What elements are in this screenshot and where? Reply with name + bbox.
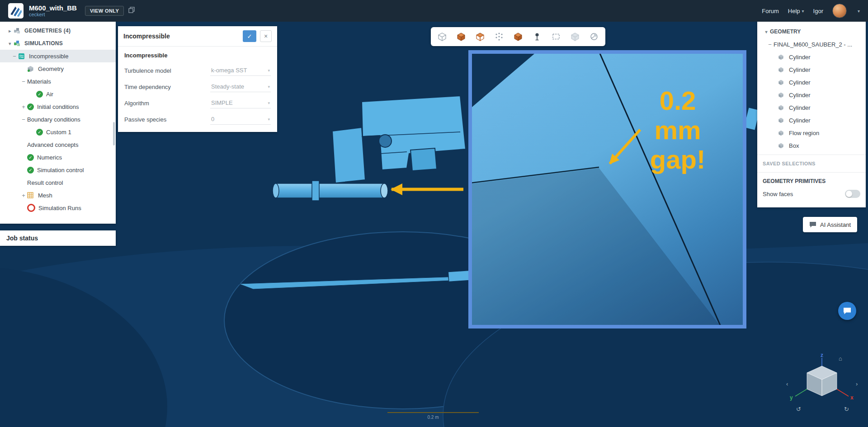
geometry-item-flow-region[interactable]: Flow region [757, 127, 866, 139]
geometry-header-label: GEOMETRY [770, 28, 801, 35]
axis-y-label[interactable]: y [790, 394, 793, 401]
help-menu[interactable]: Help ▾ [788, 8, 804, 14]
field-passive-species: Passive species 0 ▾ [118, 111, 277, 127]
geometry-root-item[interactable]: − FINAL_M600_SAUBER_2 - ... [757, 38, 866, 51]
chevron-down-icon: ▾ [802, 9, 804, 14]
expand-expander[interactable]: + [20, 103, 27, 110]
app-logo[interactable] [8, 3, 24, 19]
rotate-ccw-icon[interactable]: ↺ [796, 406, 801, 413]
chevron-right-icon[interactable]: ▸ [6, 28, 14, 33]
tree-item-label: Mesh [38, 192, 52, 199]
field-label: Passive species [124, 116, 166, 123]
tree-item-geometry[interactable]: Geometry [0, 62, 116, 75]
hide-body-icon[interactable] [566, 27, 585, 46]
geometry-item-cylinder[interactable]: Cylinder [757, 89, 866, 101]
mesh-icon [27, 192, 38, 198]
collapse-expander[interactable]: − [20, 78, 27, 85]
geometry-item-cylinder[interactable]: Cylinder [757, 63, 866, 76]
tree-item-simulations[interactable]: ▾ SIMULATIONS [0, 37, 116, 50]
tree-item-label: Boundary conditions [27, 116, 80, 123]
copy-project-icon[interactable] [128, 7, 135, 15]
geometry-item-cylinder[interactable]: Cylinder [757, 76, 866, 89]
geometry-primitives-header[interactable]: GEOMETRY PRIMITIVES [757, 175, 866, 187]
chat-icon [809, 221, 816, 228]
geometry-item-cylinder[interactable]: Cylinder [757, 51, 866, 63]
tree-item-advanced-concepts[interactable]: Advanced concepts [0, 138, 116, 151]
viewport-toolbar [431, 27, 605, 46]
tree-item-custom-1[interactable]: ✓ Custom 1 [0, 126, 116, 138]
transparent-cube-icon[interactable] [433, 27, 452, 46]
tree-item-simulation-control[interactable]: ✓ Simulation control [0, 164, 116, 176]
check-icon: ✓ [27, 167, 34, 174]
tree-item-air[interactable]: ✓ Air [0, 88, 116, 100]
field-value: Steady-state [211, 83, 244, 90]
geometry-item-box[interactable]: Box [757, 139, 866, 152]
geometry-item-cylinder[interactable]: Cylinder [757, 101, 866, 114]
algorithm-select[interactable]: SIMPLE ▾ [210, 98, 271, 108]
avatar[interactable] [832, 4, 847, 18]
gap-annotation-line: 0.2 [626, 86, 730, 116]
chevron-down-icon[interactable]: ▾ [763, 29, 770, 34]
tree-item-label: Geometry [38, 66, 64, 72]
forum-link[interactable]: Forum [762, 8, 779, 14]
solid-cube-icon[interactable] [452, 27, 471, 46]
chat-bubble-icon [843, 307, 851, 315]
rotate-right-chevron-icon[interactable]: › [856, 380, 858, 387]
check-icon: ✓ [36, 129, 43, 136]
gap-annotation: 0.2 mm gap! [626, 86, 730, 174]
job-status-bar[interactable]: Job status [0, 230, 116, 246]
tree-item-materials[interactable]: − Materials [0, 75, 116, 88]
tree-item-numerics[interactable]: ✓ Numerics [0, 151, 116, 164]
axis-z-label[interactable]: z [821, 352, 823, 358]
settings-section-title: Incompressible [118, 47, 277, 62]
geometry-item-label: Cylinder [789, 66, 811, 73]
geometry-item-label: Box [789, 142, 799, 149]
geometry-item-cylinder[interactable]: Cylinder [757, 114, 866, 127]
cube-icon [778, 92, 789, 98]
gizmo-cube[interactable] [795, 358, 849, 396]
cube-icon [778, 67, 789, 73]
collapse-expander[interactable]: − [11, 53, 18, 60]
tree-item-mesh[interactable]: + Mesh [0, 189, 116, 202]
passive-species-select[interactable]: 0 ▾ [210, 114, 271, 125]
tree-item-label: Air [46, 91, 53, 98]
axis-x-label[interactable]: x [850, 394, 854, 401]
home-icon[interactable]: ⌂ [839, 355, 842, 362]
geometry-section-header[interactable]: ▾ GEOMETRY [757, 25, 866, 38]
scrollbar-thumb[interactable] [113, 122, 115, 145]
tree-item-label: Simulation control [37, 167, 84, 174]
user-menu-chevron-icon[interactable]: ▾ [858, 9, 860, 14]
tree-item-geometries[interactable]: ▸ GEOMETRIES (4) [0, 24, 116, 37]
expand-expander[interactable]: + [20, 192, 27, 199]
orientation-gizmo[interactable]: ⌂ ‹ › ↺ ↻ z y x [784, 352, 861, 416]
tree-item-incompressible[interactable]: − Incompressible [0, 50, 116, 62]
chevron-down-icon[interactable]: ▾ [6, 41, 14, 46]
saved-selections-header[interactable]: SAVED SELECTIONS [757, 158, 866, 169]
tree-item-initial-conditions[interactable]: + ✓ Initial conditions [0, 100, 116, 113]
tree-item-boundary-conditions[interactable]: − Boundary conditions [0, 113, 116, 126]
probe-point-icon[interactable] [528, 27, 547, 46]
geometry-icon [27, 66, 38, 72]
collapse-expander[interactable]: − [20, 116, 27, 123]
time-dependency-select[interactable]: Steady-state ▾ [210, 81, 271, 92]
vertices-icon[interactable] [490, 27, 509, 46]
chat-launcher[interactable] [838, 302, 856, 320]
box-select-icon[interactable] [547, 27, 566, 46]
collapse-expander[interactable]: − [766, 41, 774, 48]
tree-item-simulation-runs[interactable]: Simulation Runs [0, 202, 116, 214]
ai-assistant-button[interactable]: AI Assistant [803, 217, 857, 232]
rotate-left-chevron-icon[interactable]: ‹ [786, 380, 788, 387]
turbulence-model-select[interactable]: k-omega SST ▾ [210, 65, 271, 76]
section-clip-icon[interactable] [585, 27, 604, 46]
user-name[interactable]: Igor [813, 8, 823, 14]
volume-cube-icon[interactable] [509, 27, 528, 46]
tree-item-label: Custom 1 [46, 129, 71, 136]
check-icon: ✓ [27, 154, 34, 161]
show-faces-toggle[interactable] [845, 190, 860, 198]
apply-button[interactable]: ✓ [243, 30, 256, 42]
surface-cube-icon[interactable] [471, 27, 490, 46]
tree-item-result-control[interactable]: Result control [0, 176, 116, 189]
close-button[interactable]: × [260, 30, 272, 42]
rotate-cw-icon[interactable]: ↻ [844, 406, 849, 413]
geometry-item-label: Flow region [789, 130, 819, 136]
